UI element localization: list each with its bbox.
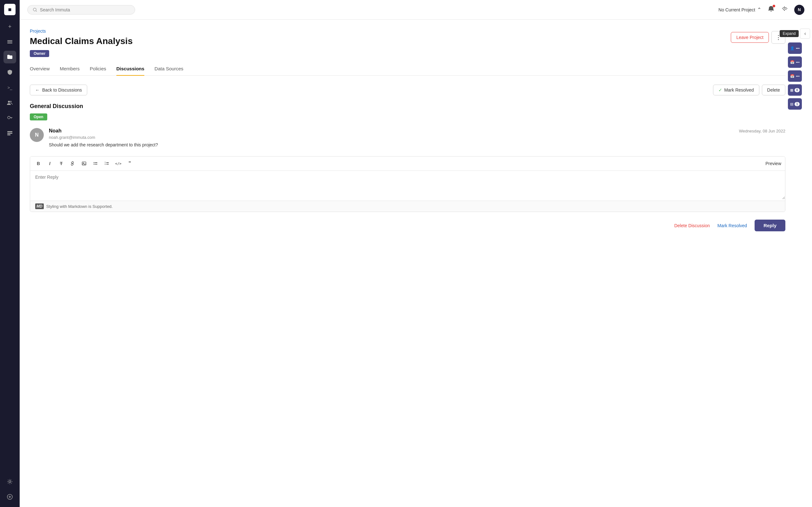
panel-grid-icon: ▦ <box>790 88 793 92</box>
tabs-bar: Overview Members Policies Discussions Da… <box>30 66 785 76</box>
editor-footer: MD Styling with Markdown is Supported. <box>30 201 785 212</box>
breadcrumb[interactable]: Projects <box>30 29 133 34</box>
svg-rect-12 <box>82 162 86 165</box>
back-to-discussions-button[interactable]: ← Back to Discussions <box>30 84 87 95</box>
strikethrough-button[interactable]: T <box>57 159 66 168</box>
delete-button[interactable]: Delete <box>762 84 785 95</box>
bullet-list-button[interactable] <box>91 159 100 168</box>
content-area: Projects Medical Claims Analysis Owner L… <box>20 20 812 507</box>
key-icon <box>7 115 13 121</box>
sidebar-item-add-circle[interactable] <box>3 491 16 503</box>
sidebar-item-add[interactable]: + <box>3 20 16 33</box>
user-avatar[interactable]: N <box>794 5 804 15</box>
sidebar-item-key[interactable] <box>3 112 16 124</box>
panel-button-1[interactable]: 👤 ••• <box>788 43 802 54</box>
italic-button[interactable]: I <box>45 159 54 168</box>
sidebar-item-shield[interactable] <box>3 66 16 78</box>
tab-discussions[interactable]: Discussions <box>116 66 144 76</box>
svg-point-16 <box>94 164 95 165</box>
comment: N Noah Wednesday, 08 Jun 2022 noah.grant… <box>30 128 785 147</box>
main-area: No Current Project ⌃ N <box>20 0 812 507</box>
reply-button[interactable]: Reply <box>755 220 785 231</box>
comment-body: Noah Wednesday, 08 Jun 2022 noah.grant@i… <box>49 128 785 147</box>
sidebar: ■ + >_ <box>0 0 20 507</box>
sidebar-item-list[interactable] <box>3 127 16 139</box>
leave-project-button[interactable]: Leave Project <box>731 32 769 43</box>
panel-calendar-icon-1: 📅 <box>790 60 795 64</box>
svg-rect-0 <box>7 40 12 41</box>
svg-point-3 <box>8 101 10 103</box>
svg-point-14 <box>94 162 95 163</box>
link-button[interactable] <box>68 159 77 168</box>
expand-area: Expand ‹ <box>780 29 810 39</box>
discussion-actions: ✓ Mark Resolved Delete <box>713 84 785 95</box>
comment-avatar: N <box>30 128 44 142</box>
svg-text:2.: 2. <box>105 163 106 165</box>
tab-members[interactable]: Members <box>60 66 80 76</box>
panel-badge-0: 0 <box>795 88 800 92</box>
editor-toolbar: B I T 1.2. </> " <box>30 157 785 171</box>
page-title: Medical Claims Analysis <box>30 36 133 46</box>
layers-icon <box>7 39 13 45</box>
quote-button[interactable]: " <box>125 159 134 168</box>
terminal-icon: >_ <box>8 85 12 90</box>
svg-rect-17 <box>95 164 97 164</box>
project-selector[interactable]: No Current Project ⌃ <box>718 7 761 13</box>
panel-badge-1: 1 <box>795 102 800 106</box>
tab-overview[interactable]: Overview <box>30 66 50 76</box>
svg-point-11 <box>33 8 36 11</box>
list-icon <box>7 130 13 136</box>
panel-button-3[interactable]: 📅 ••• <box>788 70 802 82</box>
svg-rect-15 <box>95 162 97 163</box>
wifi-icon[interactable] <box>781 5 788 14</box>
bold-button[interactable]: B <box>34 159 43 168</box>
markdown-support-text: Styling with Markdown is Supported. <box>46 204 113 209</box>
image-button[interactable] <box>80 159 89 168</box>
numbered-list-button[interactable]: 1.2. <box>102 159 111 168</box>
panel-button-2[interactable]: 📅 ••• <box>788 56 802 68</box>
svg-rect-7 <box>7 133 12 134</box>
sidebar-logo[interactable]: ■ <box>4 4 15 15</box>
sidebar-item-people[interactable] <box>3 96 16 109</box>
sidebar-item-settings[interactable] <box>3 475 16 488</box>
plus-circle-icon <box>7 494 13 500</box>
reply-textarea[interactable] <box>30 171 785 199</box>
search-box[interactable] <box>27 5 135 14</box>
notifications-icon[interactable] <box>768 5 774 14</box>
right-panel: Expand ‹ 👤 ••• 📅 ••• 📅 ••• ▦ 0 ▤ 1 <box>785 29 802 498</box>
panel-user-icon: 👤 <box>790 46 795 50</box>
mark-resolved-button[interactable]: ✓ Mark Resolved <box>713 84 759 95</box>
svg-rect-19 <box>106 162 109 163</box>
bottom-actions: Delete Discussion Mark Resolved Reply <box>30 220 785 231</box>
delete-discussion-button[interactable]: Delete Discussion <box>674 223 710 228</box>
sidebar-item-terminal[interactable]: >_ <box>3 81 16 94</box>
svg-point-4 <box>10 101 12 103</box>
discussion-title: General Discussion <box>30 103 785 110</box>
svg-rect-1 <box>7 42 12 42</box>
search-input[interactable] <box>40 7 130 12</box>
panel-button-5[interactable]: ▤ 1 <box>788 98 802 110</box>
bottom-mark-resolved-button[interactable]: Mark Resolved <box>717 223 747 228</box>
svg-rect-2 <box>7 43 12 43</box>
code-button[interactable]: </> <box>114 159 123 168</box>
chevron-icon: ⌃ <box>757 7 761 13</box>
topbar-right: No Current Project ⌃ N <box>718 5 804 15</box>
svg-rect-8 <box>7 134 10 135</box>
preview-button[interactable]: Preview <box>765 161 781 166</box>
tab-policies[interactable]: Policies <box>90 66 106 76</box>
comment-author: Noah <box>49 128 61 134</box>
sidebar-item-layers[interactable] <box>3 36 16 48</box>
discussion-status-badge: Open <box>30 113 47 120</box>
comment-email: noah.grant@immuta.com <box>49 135 785 140</box>
reply-editor: B I T 1.2. </> " <box>30 156 785 212</box>
panel-dots-2: ••• <box>796 60 800 64</box>
svg-rect-21 <box>106 164 109 164</box>
panel-calendar-icon-2: 📅 <box>790 74 795 78</box>
check-icon: ✓ <box>718 88 722 93</box>
search-icon <box>33 7 38 12</box>
tab-data-sources[interactable]: Data Sources <box>154 66 183 76</box>
panel-button-4[interactable]: ▦ 0 <box>788 84 802 96</box>
collapse-button[interactable]: ‹ <box>800 29 810 39</box>
svg-point-5 <box>8 116 10 119</box>
sidebar-item-folder[interactable] <box>3 51 16 63</box>
